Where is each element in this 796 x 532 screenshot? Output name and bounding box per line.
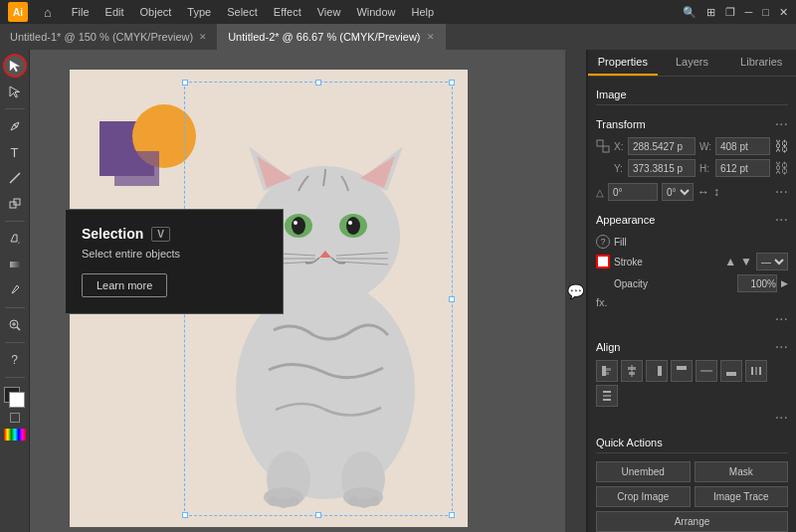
menu-right-icons: 🔍 ⊞ ❐ ─ □ ✕ — [683, 6, 788, 19]
arrange-button[interactable]: Arrange — [596, 511, 788, 532]
type-tool[interactable]: T — [3, 140, 27, 164]
image-trace-button[interactable]: Image Trace — [695, 486, 789, 507]
y-input[interactable] — [628, 159, 696, 177]
svg-rect-54 — [755, 367, 757, 375]
color-spectrum[interactable] — [4, 429, 26, 441]
app-logo: Ai — [8, 2, 28, 22]
search-icon[interactable]: 🔍 — [683, 6, 696, 19]
opacity-input[interactable] — [737, 274, 777, 292]
distribute-v-btn[interactable] — [596, 385, 618, 407]
distribute-h-btn[interactable] — [745, 360, 767, 382]
opacity-label: Opacity — [614, 278, 733, 289]
paint-bucket-tool[interactable] — [3, 227, 27, 251]
workspace-icon[interactable]: ⊞ — [706, 6, 715, 19]
tab-2[interactable]: Untitled-2* @ 66.67 % (CMYK/Preview) ✕ — [218, 24, 445, 50]
reflect-v-icon[interactable]: ↕ — [713, 185, 719, 199]
w-input[interactable] — [715, 137, 770, 155]
toolbar-separator-5 — [5, 377, 25, 378]
quick-actions-section: Quick Actions Unembed Mask Crop Image Im… — [596, 437, 788, 532]
menu-window[interactable]: Window — [356, 6, 395, 18]
arrange-icon[interactable]: ❐ — [725, 6, 735, 19]
no-fill-btn[interactable] — [10, 413, 20, 423]
tab-layers[interactable]: Layers — [658, 50, 727, 76]
opacity-arrow[interactable]: ▶ — [781, 278, 788, 288]
zoom-tool[interactable] — [3, 313, 27, 337]
svg-point-20 — [292, 217, 305, 235]
line-tool[interactable] — [3, 166, 27, 190]
svg-rect-58 — [603, 399, 611, 401]
appearance-section: Appearance ··· ? Fill Stroke ▲ ▼ — — [596, 211, 788, 328]
menu-help[interactable]: Help — [412, 6, 435, 18]
transform-icon — [596, 139, 610, 153]
align-bottom-btn[interactable] — [720, 360, 742, 382]
tab2-close[interactable]: ✕ — [427, 32, 435, 42]
tooltip-title: Selection V — [82, 226, 267, 242]
align-center-v-btn[interactable] — [696, 360, 717, 382]
toolbar-separator-4 — [5, 342, 25, 343]
stroke-select[interactable]: — — [756, 253, 788, 270]
svg-rect-41 — [597, 140, 603, 146]
fx-button[interactable]: fx. — [596, 296, 788, 308]
crop-image-button[interactable]: Crop Image — [596, 486, 691, 507]
tab-1[interactable]: Untitled-1* @ 150 % (CMYK/Preview) ✕ — [0, 24, 218, 50]
align-top-btn[interactable] — [671, 360, 693, 382]
pen-tool[interactable] — [3, 114, 27, 138]
x-input[interactable] — [628, 137, 696, 155]
angle-select[interactable]: 0° — [662, 183, 694, 201]
menu-edit[interactable]: Edit — [105, 6, 124, 18]
color-extra-btns — [4, 429, 26, 441]
main-layout: T ? — [0, 50, 796, 532]
align-right-btn[interactable] — [646, 360, 668, 382]
svg-rect-47 — [628, 367, 636, 370]
menu-effect[interactable]: Effect — [274, 6, 301, 18]
canvas-area[interactable]: Selection V Select entire objects Learn … — [30, 50, 565, 532]
gradient-tool[interactable] — [3, 253, 27, 276]
reflect-h-icon[interactable]: ↔ — [697, 185, 709, 199]
minimize-icon[interactable]: ─ — [745, 6, 753, 18]
svg-point-21 — [346, 217, 360, 235]
tab-libraries[interactable]: Libraries — [726, 50, 796, 76]
close-icon[interactable]: ✕ — [779, 6, 788, 19]
svg-point-35 — [268, 496, 280, 506]
stroke-down-arrow[interactable]: ▼ — [740, 255, 752, 268]
menu-select[interactable]: Select — [227, 6, 258, 18]
align-more2[interactable]: ··· — [775, 409, 788, 427]
stroke-swatch[interactable] — [596, 255, 610, 268]
menu-file[interactable]: File — [72, 6, 90, 18]
align-more-icon[interactable]: ··· — [775, 338, 788, 356]
tab-properties[interactable]: Properties — [588, 50, 658, 76]
menu-type[interactable]: Type — [187, 6, 211, 18]
appearance-more-icon[interactable]: ··· — [775, 211, 788, 229]
maximize-icon[interactable]: □ — [762, 6, 769, 18]
menu-object[interactable]: Object — [140, 6, 172, 18]
h-input[interactable] — [715, 159, 770, 177]
menu-view[interactable]: View — [317, 6, 341, 18]
transform-more-icon[interactable]: ··· — [775, 115, 788, 133]
transform-more2[interactable]: ··· — [775, 183, 788, 201]
angle-input[interactable] — [608, 183, 658, 201]
unembed-button[interactable]: Unembed — [596, 461, 691, 482]
appearance-more2[interactable]: ··· — [775, 310, 788, 328]
align-center-h-btn[interactable] — [621, 360, 643, 382]
svg-rect-50 — [677, 366, 687, 370]
svg-point-37 — [288, 496, 299, 506]
eyedropper-tool[interactable] — [3, 278, 27, 302]
align-section: Align ··· — [596, 338, 788, 427]
stroke-up-arrow[interactable]: ▲ — [724, 255, 736, 268]
question-tool[interactable]: ? — [3, 348, 27, 372]
align-left-btn[interactable] — [596, 360, 618, 382]
color-fill[interactable] — [4, 387, 26, 409]
home-icon[interactable]: ⌂ — [44, 5, 52, 20]
selection-tool[interactable] — [3, 54, 27, 78]
learn-more-button[interactable]: Learn more — [82, 273, 167, 297]
direct-selection-tool[interactable] — [3, 80, 27, 103]
transform-tool[interactable] — [3, 192, 27, 216]
svg-rect-56 — [603, 391, 611, 393]
tab1-close[interactable]: ✕ — [199, 32, 207, 42]
tab2-label: Untitled-2* @ 66.67 % (CMYK/Preview) — [228, 31, 420, 43]
link-icon2: ⛓ — [774, 160, 788, 176]
mask-button[interactable]: Mask — [695, 461, 789, 482]
panel-collapse-icon[interactable]: 💬 — [565, 50, 587, 532]
svg-point-36 — [278, 498, 290, 508]
link-icon[interactable]: ⛓ — [774, 138, 788, 154]
